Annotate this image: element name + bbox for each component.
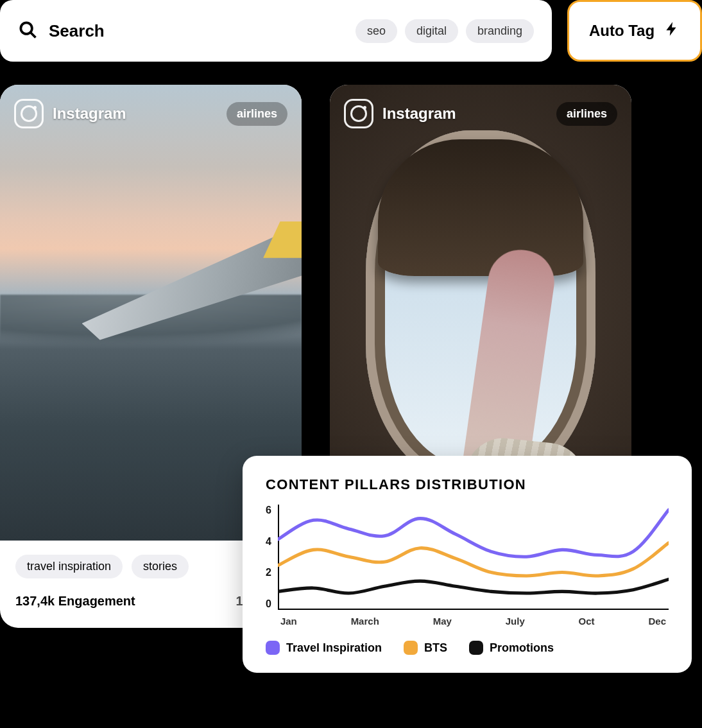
y-tick: 6 [266,505,271,516]
legend-item: BTS [404,641,447,655]
instagram-icon [14,99,44,128]
category-tag[interactable]: airlines [227,102,287,126]
suggestion-pill[interactable]: digital [405,19,458,43]
y-axis: 6 4 2 0 [266,505,278,627]
x-tick: Oct [579,616,595,627]
chart-legend: Travel Inspiration BTS Promotions [266,641,669,655]
search-icon [18,20,37,42]
svg-point-0 [21,22,32,34]
engagement-value: 137,4k Engagement [15,594,135,609]
chart-series-line [278,579,669,593]
content-tag[interactable]: stories [132,555,189,578]
x-tick: July [506,616,525,627]
platform-label: Instagram [53,105,218,123]
y-tick: 4 [266,536,271,548]
x-tick: Dec [648,616,666,627]
search-input[interactable] [49,21,344,41]
chart-area: 6 4 2 0 Jan March May July Oct Dec [266,505,669,627]
content-tag[interactable]: travel inspiration [15,555,123,578]
suggestion-pill[interactable]: branding [466,19,534,43]
y-tick: 2 [266,567,271,578]
suggestion-pill[interactable]: seo [355,19,397,43]
auto-tag-label: Auto Tag [589,22,655,40]
x-tick: May [433,616,452,627]
auto-tag-button[interactable]: Auto Tag [567,0,702,62]
svg-line-1 [31,33,36,38]
legend-swatch [266,641,280,655]
chart-series-line [278,543,669,576]
search-panel: seo digital branding [0,0,552,62]
chart-panel: CONTENT PILLARS DISTRIBUTION 6 4 2 0 Jan… [243,456,692,673]
instagram-icon [344,99,373,128]
y-tick: 0 [266,598,271,610]
chart-title: CONTENT PILLARS DISTRIBUTION [266,476,669,493]
search-suggestions: seo digital branding [355,19,534,43]
lightning-icon [663,21,680,41]
legend-label: Promotions [490,641,554,655]
legend-label: BTS [424,641,447,655]
legend-swatch [404,641,418,655]
chart-series-line [278,510,669,557]
x-tick: Jan [280,616,297,627]
x-tick: March [351,616,379,627]
category-tag[interactable]: airlines [556,102,617,126]
chart-plot: Jan March May July Oct Dec [278,505,669,627]
platform-label: Instagram [382,105,547,123]
legend-item: Promotions [469,641,554,655]
legend-item: Travel Inspiration [266,641,382,655]
x-axis: Jan March May July Oct Dec [278,616,669,627]
legend-swatch [469,641,483,655]
legend-label: Travel Inspiration [286,641,382,655]
